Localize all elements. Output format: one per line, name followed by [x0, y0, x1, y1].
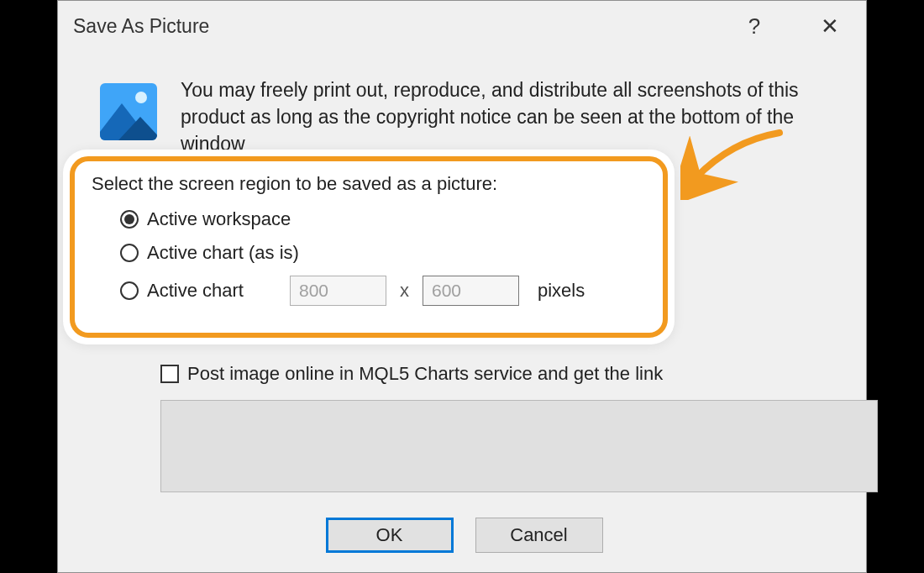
link-textbox[interactable] [160, 400, 878, 492]
close-button[interactable]: ✕ [809, 5, 851, 47]
radio-label: Active workspace [147, 208, 291, 230]
option-active-workspace[interactable]: Active workspace [120, 208, 646, 230]
post-online-checkbox[interactable] [160, 365, 179, 383]
width-input[interactable] [290, 276, 386, 306]
ok-button[interactable]: OK [326, 518, 454, 553]
radio-active-workspace[interactable] [120, 210, 139, 229]
help-button[interactable]: ? [733, 5, 775, 47]
highlight-callout: Select the screen region to be saved as … [63, 150, 675, 344]
height-input[interactable] [423, 276, 519, 306]
option-active-chart-asis[interactable]: Active chart (as is) [120, 242, 646, 264]
post-online-row: Post image online in MQL5 Charts service… [160, 363, 828, 385]
radio-label: Active chart (as is) [147, 242, 299, 264]
dialog-title: Save As Picture [73, 15, 700, 38]
picture-icon [100, 83, 157, 140]
titlebar: Save As Picture ? ✕ [58, 1, 866, 51]
radio-active-chart[interactable] [120, 281, 139, 300]
post-online-label: Post image online in MQL5 Charts service… [187, 363, 663, 385]
option-active-chart[interactable]: Active chart x pixels [120, 276, 646, 306]
info-text: You may freely print out, reproduce, and… [181, 76, 828, 158]
size-separator: x [400, 280, 409, 302]
radio-label: Active chart [147, 280, 281, 302]
size-unit-label: pixels [538, 280, 585, 302]
region-section-label: Select the screen region to be saved as … [92, 173, 646, 195]
button-row: OK Cancel [100, 518, 828, 553]
info-row: You may freely print out, reproduce, and… [100, 76, 828, 158]
cancel-button[interactable]: Cancel [475, 518, 603, 553]
radio-active-chart-asis[interactable] [120, 244, 139, 262]
